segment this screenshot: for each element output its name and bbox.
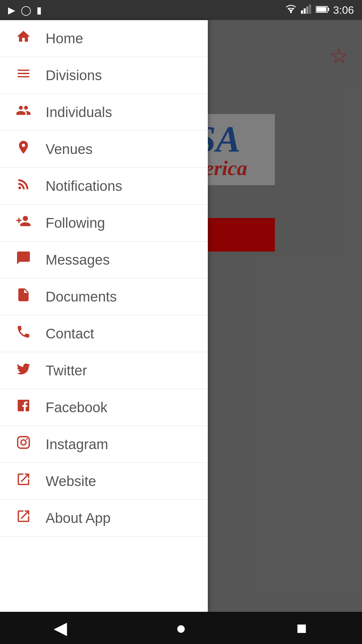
bottom-navigation: ◀ ● ■ <box>0 612 362 644</box>
svg-rect-6 <box>328 8 329 11</box>
menu-label-venues: Venues <box>46 141 93 157</box>
battery-icon <box>316 5 329 15</box>
star-button[interactable]: ☆ <box>329 44 349 68</box>
status-time: 3:06 <box>333 4 354 16</box>
menu-item-twitter[interactable]: Twitter <box>0 352 208 389</box>
status-bar-right: 3:06 <box>285 4 354 16</box>
menu-item-notifications[interactable]: Notifications <box>0 168 208 205</box>
wifi-icon <box>285 4 297 16</box>
document-icon <box>13 287 34 306</box>
people-icon <box>13 103 34 122</box>
svg-rect-2 <box>304 8 306 14</box>
menu-label-divisions: Divisions <box>46 67 102 84</box>
menu-item-contact[interactable]: Contact <box>0 315 208 352</box>
menu-label-messages: Messages <box>46 252 110 268</box>
menu-item-home[interactable]: Home <box>0 20 208 57</box>
menu-item-website[interactable]: Website <box>0 463 208 500</box>
menu-label-about-app: About App <box>46 510 111 526</box>
record-icon: ◯ <box>21 5 31 16</box>
menu-item-instagram[interactable]: Instagram <box>0 426 208 463</box>
signal-icon <box>301 4 312 16</box>
menu-item-messages[interactable]: Messages <box>0 241 208 278</box>
menu-label-facebook: Facebook <box>46 399 107 416</box>
menu-item-divisions[interactable]: Divisions <box>0 57 208 94</box>
instagram-icon <box>13 435 34 454</box>
rss-icon <box>13 176 34 196</box>
share-external-icon <box>13 472 34 491</box>
status-bar-left: ▶ ◯ ▮ <box>8 5 42 16</box>
navigation-drawer: Home Divisions Individuals Venues <box>0 20 208 612</box>
svg-point-0 <box>290 11 292 13</box>
svg-rect-7 <box>316 7 326 12</box>
menu-label-home: Home <box>46 31 83 47</box>
menu-item-venues[interactable]: Venues <box>0 131 208 168</box>
play-icon: ▶ <box>8 5 15 16</box>
phone-icon <box>13 324 34 343</box>
menu-item-documents[interactable]: Documents <box>0 278 208 315</box>
recents-button[interactable]: ■ <box>282 612 322 644</box>
svg-rect-1 <box>301 10 303 14</box>
menu-label-individuals: Individuals <box>46 104 112 120</box>
home-icon <box>13 29 34 48</box>
twitter-icon <box>13 361 34 380</box>
chat-icon <box>13 250 34 269</box>
menu-item-following[interactable]: Following <box>0 205 208 241</box>
menu-label-contact: Contact <box>46 326 94 342</box>
menu-item-individuals[interactable]: Individuals <box>0 94 208 131</box>
status-bar: ▶ ◯ ▮ 3:06 <box>0 0 362 20</box>
menu-item-about-app[interactable]: About App <box>0 500 208 537</box>
menu-label-instagram: Instagram <box>46 436 108 452</box>
menu-label-twitter: Twitter <box>46 363 87 379</box>
svg-rect-4 <box>309 4 311 14</box>
menu-label-website: Website <box>46 473 96 489</box>
back-button[interactable]: ◀ <box>40 612 80 644</box>
svg-rect-3 <box>306 6 308 14</box>
menu-label-following: Following <box>46 215 105 231</box>
home-button[interactable]: ● <box>161 612 201 644</box>
location-icon <box>13 140 34 159</box>
person-add-icon <box>13 213 34 232</box>
menu-item-facebook[interactable]: Facebook <box>0 389 208 426</box>
sim-icon: ▮ <box>37 5 42 16</box>
about-icon <box>13 508 34 528</box>
menu-label-notifications: Notifications <box>46 178 122 194</box>
facebook-icon <box>13 398 34 417</box>
menu-lines-icon <box>13 66 34 85</box>
menu-label-documents: Documents <box>46 289 117 305</box>
